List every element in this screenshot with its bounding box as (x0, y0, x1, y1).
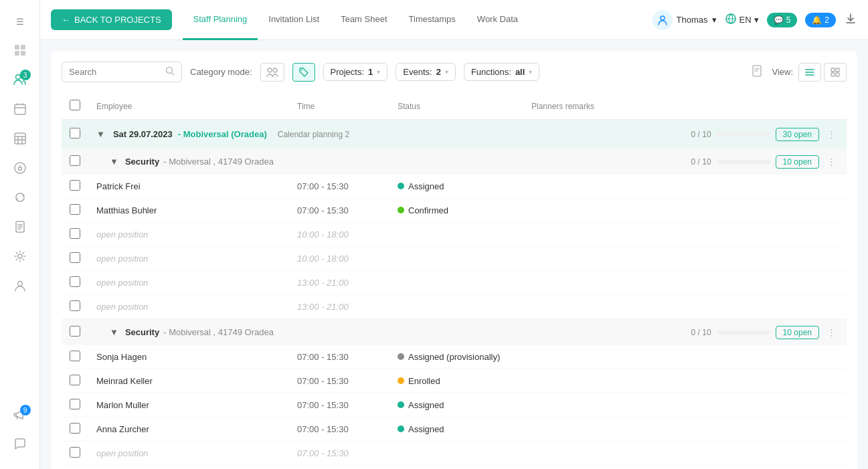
subgroup-open-badge[interactable]: 10 open (776, 155, 819, 169)
language-menu[interactable]: EN ▾ (725, 13, 759, 27)
subgroup-checkbox[interactable] (70, 326, 80, 337)
svg-rect-20 (836, 68, 839, 72)
row-checkbox[interactable] (70, 375, 80, 385)
time-value: 07:00 - 15:30 (297, 424, 349, 434)
col-employee: Employee (88, 93, 289, 120)
subgroup-location: - Mobiversal , 41749 Oradea (163, 157, 274, 167)
tab-invitation-list[interactable]: Invitation List (258, 0, 330, 40)
group-more-button[interactable]: ⋮ (824, 126, 839, 142)
subgroup-open-badge[interactable]: 10 open (776, 326, 819, 339)
open-time: 10:00 - 18:00 (297, 254, 349, 264)
select-all-checkbox[interactable] (70, 100, 80, 110)
nav-right: Thomas ▾ EN ▾ 💬 5 🔔 2 (653, 10, 857, 30)
status-dot (398, 426, 404, 432)
svg-rect-0 (15, 45, 19, 50)
sidebar-item-menu[interactable]: ☰ (7, 8, 33, 35)
group-open-badge[interactable]: 30 open (776, 128, 819, 141)
sidebar-item-table[interactable] (7, 126, 33, 153)
open-time: 07:00 - 15:30 (297, 448, 349, 458)
svg-rect-3 (21, 51, 25, 56)
employee-name: Matthias Buhler (96, 205, 157, 215)
tab-timestamps[interactable]: Timestamps (398, 0, 466, 40)
bell-notif-count: 2 (824, 15, 829, 25)
svg-rect-7 (15, 133, 25, 144)
sidebar-item-dashboard[interactable] (7, 37, 33, 64)
events-filter[interactable]: Events: 2 ▾ (396, 63, 456, 81)
sidebar-item-sync[interactable] (7, 185, 33, 211)
language-label: EN (740, 15, 752, 25)
announcements-badge: 9 (20, 405, 31, 415)
subgroup-expand-icon[interactable]: ▼ (110, 157, 118, 167)
row-checkbox[interactable] (70, 180, 80, 191)
row-checkbox[interactable] (70, 252, 80, 263)
events-caret: ▾ (445, 68, 448, 76)
employee-name: Meinrad Keller (96, 376, 153, 386)
subgroup-progress: 0 / 10 (691, 328, 711, 337)
search-box (62, 62, 182, 82)
events-value: 2 (436, 67, 441, 77)
svg-rect-6 (15, 104, 25, 114)
sidebar-item-chat[interactable] (7, 432, 33, 458)
category-tag-button[interactable] (292, 63, 315, 82)
tab-work-data[interactable]: Work Data (466, 0, 529, 40)
tab-team-sheet[interactable]: Team Sheet (330, 0, 398, 40)
row-checkbox[interactable] (70, 276, 80, 287)
sidebar-item-documents[interactable] (7, 214, 33, 241)
row-checkbox[interactable] (70, 399, 80, 409)
subgroup-expand-icon[interactable]: ▼ (110, 327, 118, 337)
svg-point-4 (15, 74, 20, 79)
col-time: Time (289, 93, 389, 120)
category-group-button[interactable] (260, 63, 284, 82)
sidebar-item-users[interactable]: 3 (7, 67, 33, 94)
subgroup-more-button[interactable]: ⋮ (824, 154, 839, 169)
view-list-button[interactable] (798, 63, 821, 82)
row-checkbox[interactable] (70, 447, 80, 458)
user-name: Thomas (677, 15, 708, 25)
sidebar-item-finance[interactable] (7, 155, 33, 182)
functions-filter[interactable]: Functions: all ▾ (464, 63, 539, 81)
bell-notifications-button[interactable]: 🔔 2 (805, 13, 836, 27)
avatar (653, 10, 673, 30)
sidebar-item-team[interactable] (7, 273, 33, 300)
table-row: open position 10:00 - 18:00 (62, 247, 847, 271)
sidebar-item-settings[interactable] (7, 244, 33, 270)
row-checkbox[interactable] (70, 204, 80, 215)
subgroup-checkbox[interactable] (70, 155, 80, 166)
download-button[interactable] (844, 12, 857, 28)
table-row: open position 13:00 - 21:00 (62, 295, 847, 319)
pdf-export-button[interactable] (750, 64, 764, 80)
projects-filter[interactable]: Projects: 1 ▾ (323, 63, 388, 81)
subgroup-more-button[interactable]: ⋮ (824, 324, 839, 340)
content-area: Category mode: Projects: 1 ▾ Events: (40, 40, 868, 469)
search-input[interactable] (69, 67, 161, 77)
row-checkbox[interactable] (70, 351, 80, 361)
table-row: Sonja Hagen 07:00 - 15:30 Assigned (prov… (62, 345, 847, 369)
view-toggle: View: (750, 63, 847, 82)
sidebar-item-announcements[interactable]: 9 (7, 402, 33, 429)
view-grid-button[interactable] (824, 63, 847, 82)
back-to-projects-button[interactable]: BACK TO PROJECTS (51, 9, 172, 30)
expand-icon[interactable]: ▼ (96, 129, 105, 139)
view-label: View: (772, 67, 793, 77)
functions-value: all (515, 67, 525, 77)
open-position: open position (96, 254, 148, 264)
settings-icon (13, 250, 27, 265)
chat-notifications-button[interactable]: 💬 5 (767, 13, 798, 27)
table-row: Matthias Buhler 07:00 - 15:30 Confirmed (62, 199, 847, 223)
table-icon (13, 132, 27, 147)
users-badge: 3 (20, 70, 31, 80)
group-checkbox[interactable] (70, 128, 80, 138)
svg-point-16 (273, 68, 277, 72)
functions-label: Functions: (471, 67, 511, 77)
dashboard-icon (13, 43, 27, 59)
row-checkbox[interactable] (70, 228, 80, 239)
tab-staff-planning[interactable]: Staff Planning (183, 0, 258, 40)
employee-name: Marlon Muller (96, 400, 149, 410)
row-checkbox[interactable] (70, 300, 80, 311)
user-menu[interactable]: Thomas ▾ (653, 10, 717, 30)
row-checkbox[interactable] (70, 423, 80, 434)
sidebar-item-calendar[interactable] (7, 96, 33, 123)
chat-notif-icon: 💬 (774, 15, 784, 25)
status-dot (398, 377, 404, 384)
functions-caret: ▾ (529, 68, 532, 76)
